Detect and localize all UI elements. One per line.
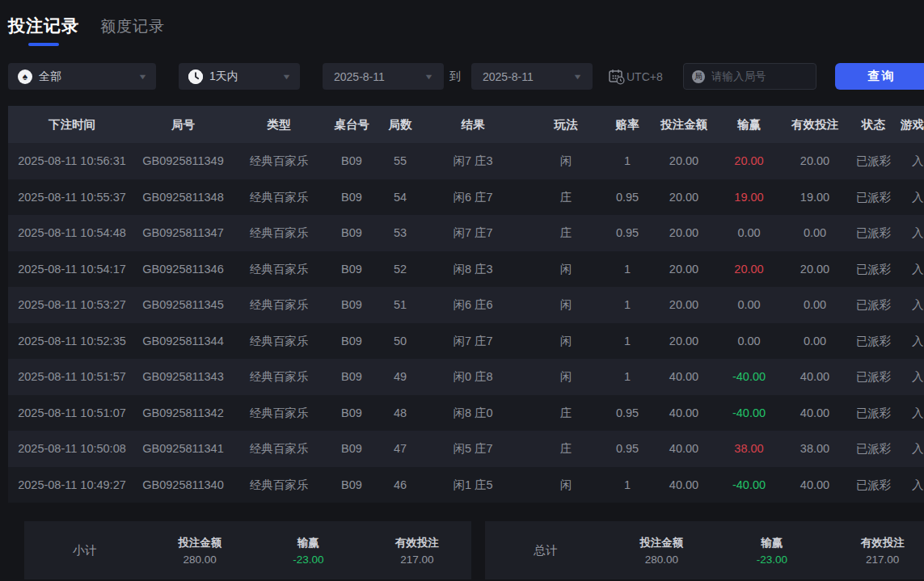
cell-result: 闲1 庄5 [424, 467, 521, 503]
search-button[interactable]: 查询 [835, 63, 924, 90]
table-row: 2025-08-11 10:56:31GB0925811349经典百家乐B095… [8, 143, 924, 179]
cell-valid: 40.00 [774, 395, 855, 432]
date-from-dropdown[interactable]: 2025-8-11 ▼ [323, 63, 444, 90]
cell-bet: 40.00 [644, 395, 724, 432]
time-range-dropdown[interactable]: 1天内 ▼ [179, 63, 300, 90]
cell-valid: 0.00 [774, 215, 855, 251]
cell-round_no: 54 [376, 179, 424, 216]
cell-type: 经典百家乐 [230, 287, 327, 323]
header-valid: 有效投注 [774, 106, 855, 143]
cell-valid: 0.00 [774, 287, 855, 323]
cell-status: 已派彩 [855, 395, 892, 432]
cell-result: 闲0 庄8 [424, 359, 521, 395]
header-round_id: 局号 [136, 106, 230, 143]
cell-time: 2025-08-11 10:55:37 [8, 179, 136, 216]
cell-status: 已派彩 [855, 215, 892, 251]
date-to-value: 2025-8-11 [483, 70, 534, 83]
round-number-field[interactable]: 局 [683, 63, 816, 90]
cell-play: 庄 [521, 431, 610, 467]
cell-result: 闲8 庄0 [424, 395, 521, 432]
cell-win: 20.00 [724, 251, 774, 288]
date-to-dropdown[interactable]: 2025-8-11 ▼ [471, 63, 593, 90]
table-body: 2025-08-11 10:56:31GB0925811349经典百家乐B095… [8, 143, 924, 503]
cell-table_no: B09 [327, 215, 376, 251]
tab-bet-records[interactable]: 投注记录 [8, 15, 79, 46]
total-win: 输赢 -23.00 [717, 536, 828, 566]
table-row: 2025-08-11 10:52:35GB0925811344经典百家乐B095… [8, 323, 924, 360]
cell-time: 2025-08-11 10:49:27 [8, 467, 136, 503]
cell-time: 2025-08-11 10:56:31 [8, 143, 136, 179]
cell-valid: 0.00 [774, 323, 855, 360]
cell-round_id: GB0925811347 [136, 215, 230, 251]
timezone-label: UTC+8 [627, 70, 663, 83]
cell-time: 2025-08-11 10:51:57 [8, 359, 136, 395]
cell-type: 经典百家乐 [230, 395, 327, 432]
cell-status: 已派彩 [855, 431, 892, 467]
tab-bet-records-label: 投注记录 [8, 15, 79, 37]
subtotal-win: 输赢 -23.00 [254, 536, 362, 566]
cell-status: 已派彩 [855, 287, 892, 323]
header-result: 结果 [424, 106, 521, 143]
header-play: 玩法 [521, 106, 610, 143]
cell-status: 已派彩 [855, 323, 892, 360]
round-icon: 局 [692, 70, 705, 83]
cell-table_no: B09 [327, 179, 376, 216]
cell-valid: 20.00 [774, 143, 855, 179]
date-to-label: 到 [449, 63, 461, 90]
cell-game: 入局 [892, 179, 924, 216]
cell-round_id: GB0925811344 [136, 323, 230, 360]
header-odds: 赔率 [610, 106, 644, 143]
subtotal-panel: 小计 投注金额 280.00 输赢 -23.00 有效投注 217.00 [24, 521, 471, 579]
chevron-down-icon: ▼ [281, 73, 291, 81]
cell-play: 闲 [521, 359, 610, 395]
cell-valid: 40.00 [774, 359, 855, 395]
cell-type: 经典百家乐 [230, 251, 327, 288]
cell-win: 38.00 [724, 431, 774, 467]
cell-round_no: 48 [376, 395, 424, 432]
cell-play: 闲 [521, 251, 610, 288]
table-header-row: 下注时间局号类型桌台号局数结果玩法赔率投注金额输赢有效投注状态游戏 [8, 106, 924, 143]
game-type-value: 全部 [39, 69, 61, 84]
cell-status: 已派彩 [855, 359, 892, 395]
cell-play: 闲 [521, 143, 610, 179]
cell-round_id: GB0925811349 [136, 143, 230, 179]
cell-round_id: GB0925811343 [136, 359, 230, 395]
cell-game: 入局 [892, 467, 924, 503]
header-game: 游戏 [892, 106, 924, 143]
cell-type: 经典百家乐 [230, 359, 327, 395]
cell-time: 2025-08-11 10:54:48 [8, 215, 136, 251]
cell-type: 经典百家乐 [230, 179, 327, 216]
cell-bet: 40.00 [644, 467, 724, 503]
cell-type: 经典百家乐 [230, 431, 327, 467]
cell-round_no: 50 [376, 323, 424, 360]
cell-valid: 38.00 [774, 431, 855, 467]
table-row: 2025-08-11 10:54:48GB0925811347经典百家乐B095… [8, 215, 924, 251]
cell-play: 闲 [521, 467, 610, 503]
cell-round_id: GB0925811342 [136, 395, 230, 432]
cell-round_id: GB0925811348 [136, 179, 230, 216]
table-row: 2025-08-11 10:49:27GB0925811340经典百家乐B094… [8, 467, 924, 503]
chevron-down-icon: ▼ [137, 73, 147, 81]
cell-game: 入局 [892, 359, 924, 395]
header-type: 类型 [230, 106, 327, 143]
cell-game: 入局 [892, 143, 924, 179]
tab-quota-records[interactable]: 额度记录 [100, 15, 165, 37]
cell-bet: 20.00 [644, 323, 724, 360]
cell-status: 已派彩 [855, 467, 892, 503]
clock-icon [188, 69, 203, 84]
total-title: 总计 [485, 543, 606, 558]
cell-result: 闲7 庄3 [424, 143, 521, 179]
cell-time: 2025-08-11 10:54:17 [8, 251, 136, 288]
timezone-indicator: UTC+8 [608, 63, 663, 90]
cell-result: 闲6 庄6 [424, 287, 521, 323]
cell-valid: 40.00 [774, 467, 855, 503]
game-type-dropdown[interactable]: ♠ 全部 ▼ [8, 63, 156, 90]
cell-round_no: 53 [376, 215, 424, 251]
round-number-input[interactable] [711, 70, 807, 82]
cell-odds: 1 [610, 251, 644, 288]
cell-odds: 0.95 [610, 215, 644, 251]
cell-game: 入局 [892, 395, 924, 432]
chevron-down-icon: ▼ [424, 73, 433, 81]
cell-win: -40.00 [724, 467, 774, 503]
cell-time: 2025-08-11 10:50:08 [8, 431, 136, 467]
